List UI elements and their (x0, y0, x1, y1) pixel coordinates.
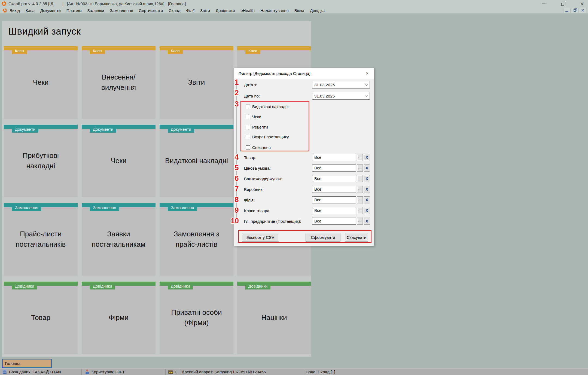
tile-prays-lysty[interactable]: Замовлення Прайс-листи постачальників (4, 203, 78, 276)
tile-pryvatni-osoby[interactable]: Довідники Приватні особи (Фірми) (160, 282, 233, 354)
tile-zayavky[interactable]: Замовлення Заявки постачальникам (82, 203, 156, 276)
filter-dialog: Фильтр [Ведомость расхода Столица] × Дат… (234, 68, 374, 246)
page-title: Швидкий запуск (8, 26, 81, 37)
klass-tovara-clear-button[interactable]: X (364, 207, 370, 214)
tile-vydatkovi-nakladni[interactable]: Документи Видаткові накладні (160, 125, 233, 197)
menu-item-warehouse[interactable]: Склад (169, 8, 180, 13)
tovar-field[interactable]: Все (312, 154, 356, 161)
status-separator (165, 369, 166, 375)
mdi-restore-button[interactable] (571, 8, 578, 13)
menu-item-kasa[interactable]: Каса (26, 8, 35, 13)
chevron-down-icon[interactable] (365, 83, 368, 86)
dialog-close-button[interactable]: × (364, 70, 371, 77)
tile-vnesennya-vyluchennya[interactable]: Каса Внесення/вилучення (82, 46, 156, 119)
tile-cheky-documenty[interactable]: Документи Чеки (82, 125, 156, 197)
vantazhooderzhuvach-label: Вантажоодержувач: (244, 176, 282, 181)
annotation-number-4: 4 (231, 153, 242, 161)
menu-item-help[interactable]: Довідка (310, 8, 325, 13)
filiya-browse-button[interactable]: … (357, 196, 363, 203)
tile-zamovlennya-z-prays[interactable]: Замовлення Замовлення з прайс-листів (160, 203, 233, 276)
menu-item-exit[interactable]: Вихід (10, 8, 20, 13)
gl-predpriyatie-label: Гл. предприятие (Поставщик): (244, 219, 301, 224)
tile-category-tag: Довідники (168, 283, 193, 289)
filiya-label: Філія: (244, 198, 255, 202)
menu-item-directories[interactable]: Довідники (216, 8, 235, 13)
tovar-label: Товар: (244, 155, 256, 160)
tile-prybutkovi-nakladni[interactable]: Документи Прибуткові накладні (4, 125, 78, 197)
vyrobnyk-browse-button[interactable]: … (357, 186, 363, 193)
vyrobnyk-field[interactable]: Все (312, 186, 356, 193)
window-titlebar: Скарб pro v. 4.0.2.85 [ІД: | - [Апт №003… (0, 0, 588, 7)
tile-zvity[interactable]: Каса Звіти (160, 46, 233, 119)
tile-label: Прибуткові накладні (4, 151, 78, 171)
mdi-child-icon (3, 8, 7, 13)
annotation-number-2: 2 (231, 89, 242, 97)
menu-item-orders[interactable]: Замовлення (110, 8, 133, 13)
menu-item-stock[interactable]: Залишки (87, 8, 104, 13)
tovar-clear-button[interactable]: X (364, 154, 370, 161)
tile-category-tag: Довідники (245, 283, 270, 289)
window-close-button[interactable]: × (579, 1, 584, 6)
tile-cheky-kasa[interactable]: Каса Чеки (4, 46, 78, 119)
klass-tovara-field[interactable]: Все (312, 207, 356, 214)
status-user: Користувач: GIFT (92, 368, 125, 375)
annotation-box-buttons (238, 230, 371, 243)
menu-item-windows[interactable]: Вікна (294, 8, 304, 13)
database-icon (3, 370, 7, 374)
menu-item-branches[interactable]: Філії (186, 8, 194, 13)
status-bar: База даних: TASA3@TITAN Користувач: GIFT… (0, 368, 588, 375)
tile-label: Фірми (82, 313, 156, 323)
text-caret (335, 83, 335, 87)
tile-category-tag: Довідники (12, 283, 37, 289)
tile-label: Замовлення з прайс-листів (160, 229, 233, 249)
menu-item-certificates[interactable]: Сертифікати (139, 8, 163, 13)
filiya-field[interactable]: Все (312, 196, 356, 203)
tile-tovar[interactable]: Довідники Товар (4, 282, 78, 354)
tsinova-umova-clear-button[interactable]: X (364, 164, 370, 172)
tile-category-tag: Замовлення (168, 205, 197, 211)
tile-natsinky[interactable]: Довідники Націнки (237, 282, 311, 354)
tile-category-tag: Каса (90, 48, 105, 54)
vantazhooderzhuvach-clear-button[interactable]: X (364, 175, 370, 182)
annotation-number-7: 7 (231, 185, 242, 193)
date-from-combobox[interactable]: 31.03.2025 (312, 81, 370, 89)
vyrobnyk-clear-button[interactable]: X (364, 186, 370, 193)
tsinova-umova-field[interactable]: Все (312, 164, 356, 172)
minimize-icon (565, 11, 568, 12)
tile-label: Внесення/вилучення (82, 72, 156, 93)
tsinova-umova-browse-button[interactable]: … (357, 164, 363, 172)
annotation-number-1: 1 (231, 78, 242, 87)
date-to-combobox[interactable]: 31.03.2025 (312, 92, 370, 100)
klass-tovara-browse-button[interactable]: … (357, 207, 363, 214)
menu-item-reports[interactable]: Звіти (200, 8, 210, 13)
annotation-box-checkboxes (240, 101, 309, 151)
status-separator (303, 369, 303, 375)
status-separator (81, 369, 82, 375)
tile-category-tag: Каса (12, 48, 27, 54)
gl-predpriyatie-field[interactable]: Все (312, 218, 356, 225)
date-from-label: Дата з: (244, 83, 257, 87)
restore-icon (561, 3, 564, 6)
gl-predpriyatie-clear-button[interactable]: X (364, 218, 370, 225)
window-minimize-button[interactable] (541, 1, 546, 6)
mdi-minimize-button[interactable] (563, 8, 571, 13)
chevron-down-icon[interactable] (365, 94, 368, 97)
tab-holovna[interactable]: Головна (2, 359, 52, 368)
tile-category-tag: Довідники (90, 283, 115, 289)
gl-predpriyatie-browse-button[interactable]: … (357, 218, 363, 225)
tile-category-tag: Замовлення (12, 205, 41, 211)
tile-label: Прайс-листи постачальників (4, 229, 78, 249)
menu-item-documents[interactable]: Документи (40, 8, 61, 13)
vantazhooderzhuvach-field[interactable]: Все (312, 175, 356, 182)
tile-label: Заявки постачальникам (82, 229, 156, 249)
filiya-clear-button[interactable]: X (364, 196, 370, 203)
tile-firmy[interactable]: Довідники Фірми (82, 282, 156, 354)
menu-item-ehealth[interactable]: eHealth (240, 8, 255, 13)
menu-item-payments[interactable]: Платежі (66, 8, 82, 13)
window-restore-button[interactable] (560, 1, 565, 6)
mdi-close-button[interactable]: × (579, 8, 586, 13)
menu-item-settings[interactable]: Налаштування (260, 8, 289, 13)
tovar-browse-button[interactable]: … (357, 154, 363, 161)
vantazhooderzhuvach-browse-button[interactable]: … (357, 175, 363, 182)
restore-icon (574, 9, 576, 12)
